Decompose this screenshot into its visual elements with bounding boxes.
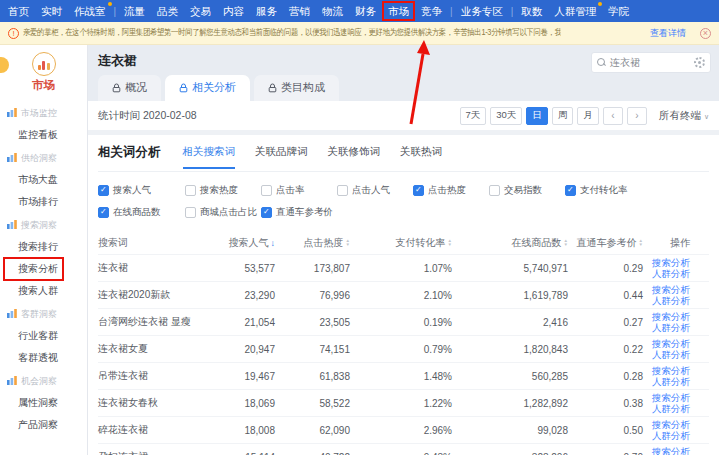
nav-item-市场[interactable]: 市场 [382, 1, 415, 21]
sidebar-item-市场排行[interactable]: 市场排行 [0, 191, 87, 213]
action-link-人群分析[interactable]: 人群分析 [652, 403, 690, 414]
date-button-周[interactable]: 周 [552, 107, 574, 125]
nav-item-首页[interactable]: 首页 [2, 2, 35, 20]
nav-item-实时[interactable]: 实时 [35, 2, 68, 20]
nav-item-品类[interactable]: 品类 [151, 2, 184, 20]
checkbox[interactable] [565, 185, 576, 196]
checkbox[interactable] [185, 207, 196, 218]
nav-item-作战室[interactable]: 作战室 [68, 2, 112, 20]
value-cell: 1.48% [350, 371, 452, 382]
nav-item-营销[interactable]: 营销 [283, 2, 316, 20]
checkbox[interactable] [261, 185, 272, 196]
chevron-right-button[interactable] [627, 107, 647, 125]
search-input[interactable]: 连衣裙 [610, 56, 690, 70]
filter-交易指数[interactable]: 交易指数 [489, 184, 565, 197]
sidebar-item-搜索分析[interactable]: 搜索分析 [0, 258, 87, 280]
action-link-人群分析[interactable]: 人群分析 [652, 268, 690, 279]
action-link-搜索分析[interactable]: 搜索分析 [652, 419, 690, 430]
sidebar-item-搜索人群[interactable]: 搜索人群 [0, 280, 87, 302]
close-icon[interactable] [700, 28, 711, 39]
panel-tab-相关搜索词[interactable]: 相关搜索词 [183, 144, 236, 169]
filter-点击人气[interactable]: 点击人气 [337, 184, 413, 197]
sidebar-item-监控看板[interactable]: 监控看板 [0, 124, 87, 146]
checkbox[interactable] [413, 185, 424, 196]
filter-搜索人气[interactable]: 搜索人气 [98, 184, 185, 197]
value-cell: 15,114 [213, 452, 275, 455]
checkbox[interactable] [337, 185, 348, 196]
action-link-搜索分析[interactable]: 搜索分析 [652, 311, 690, 322]
value-cell: 0.70 [568, 452, 643, 455]
action-link-搜索分析[interactable]: 搜索分析 [652, 446, 690, 455]
action-link-搜索分析[interactable]: 搜索分析 [652, 284, 690, 295]
filter-搜索热度[interactable]: 搜索热度 [185, 184, 261, 197]
nav-item-内容[interactable]: 内容 [217, 2, 250, 20]
checkbox[interactable] [261, 207, 272, 218]
sidebar-item-产品洞察[interactable]: 产品洞察 [0, 414, 87, 436]
nav-item-人群管理[interactable]: 人群管理 [548, 2, 602, 20]
date-button-日[interactable]: 日 [526, 107, 548, 125]
date-button-7天[interactable]: 7天 [460, 107, 487, 125]
nav-item-财务[interactable]: 财务 [349, 2, 382, 20]
value-cell: 2.10% [350, 290, 452, 301]
checkbox[interactable] [185, 185, 196, 196]
checkbox[interactable] [98, 207, 109, 218]
nav-item-交易[interactable]: 交易 [184, 2, 217, 20]
action-link-人群分析[interactable]: 人群分析 [652, 430, 690, 441]
chart-bars-icon [7, 108, 17, 119]
column-header-直通车参考价[interactable]: 直通车参考价 [568, 236, 643, 250]
nav-item-服务[interactable]: 服务 [250, 2, 283, 20]
gear-icon[interactable] [694, 57, 705, 68]
filter-商城点击占比[interactable]: 商城点击占比 [185, 206, 261, 219]
action-link-人群分析[interactable]: 人群分析 [652, 295, 690, 306]
action-link-人群分析[interactable]: 人群分析 [652, 349, 690, 360]
action-link-搜索分析[interactable]: 搜索分析 [652, 257, 690, 268]
checkbox[interactable] [489, 185, 500, 196]
panel-tab-关联修饰词[interactable]: 关联修饰词 [328, 144, 381, 169]
sidebar-item-搜索排行[interactable]: 搜索排行 [0, 236, 87, 258]
checkbox[interactable] [98, 185, 109, 196]
value-cell: 173,807 [275, 263, 350, 274]
date-button-30天[interactable]: 30天 [490, 107, 522, 125]
nav-item-取数[interactable]: 取数 [515, 2, 548, 20]
filter-label: 交易指数 [504, 184, 542, 197]
sidebar-item-市场大盘[interactable]: 市场大盘 [0, 169, 87, 191]
column-header-在线商品数[interactable]: 在线商品数 [452, 236, 568, 250]
action-link-搜索分析[interactable]: 搜索分析 [652, 392, 690, 403]
filter-点击率[interactable]: 点击率 [261, 184, 337, 197]
tab-相关分析[interactable]: 相关分析 [165, 75, 250, 101]
action-link-搜索分析[interactable]: 搜索分析 [652, 365, 690, 376]
column-label: 直通车参考价 [577, 237, 637, 248]
sidebar-item-客群透视[interactable]: 客群透视 [0, 347, 87, 369]
nav-item-业务专区[interactable]: 业务专区 [455, 2, 509, 20]
tab-概况[interactable]: 概况 [98, 75, 161, 101]
action-link-人群分析[interactable]: 人群分析 [652, 322, 690, 333]
panel-tab-关联品牌词[interactable]: 关联品牌词 [255, 144, 308, 169]
action-link-搜索分析[interactable]: 搜索分析 [652, 338, 690, 349]
value-cell: 0.50 [568, 425, 643, 436]
table-body: 连衣裙53,577173,8071.07%5,740,9710.29搜索分析人群… [98, 254, 709, 455]
nav-item-物流[interactable]: 物流 [316, 2, 349, 20]
filter-点击热度[interactable]: 点击热度 [413, 184, 489, 197]
panel-tab-关联热词[interactable]: 关联热词 [400, 144, 442, 169]
filter-支付转化率[interactable]: 支付转化率 [565, 184, 641, 197]
terminal-dropdown[interactable]: 所有终端 [659, 109, 709, 123]
nav-item-学院[interactable]: 学院 [602, 2, 635, 20]
value-cell: 23,505 [275, 317, 350, 328]
column-header-点击热度[interactable]: 点击热度 [275, 236, 350, 250]
nav-item-流量[interactable]: 流量 [118, 2, 151, 20]
filter-直通车参考价[interactable]: 直通车参考价 [261, 206, 337, 219]
column-header-搜索人气[interactable]: 搜索人气 [213, 236, 275, 250]
keyword-search-box[interactable]: 连衣裙 [591, 52, 711, 73]
notice-detail-link[interactable]: 查看详情 [650, 27, 686, 40]
date-button-月[interactable]: 月 [577, 107, 599, 125]
sidebar-item-行业客群[interactable]: 行业客群 [0, 325, 87, 347]
filter-在线商品数[interactable]: 在线商品数 [98, 206, 185, 219]
sidebar-item-属性洞察[interactable]: 属性洞察 [0, 392, 87, 414]
tab-类目构成[interactable]: 类目构成 [254, 75, 339, 101]
tab-label: 相关分析 [192, 80, 236, 95]
column-header-支付转化率[interactable]: 支付转化率 [350, 236, 452, 250]
chevron-left-button[interactable] [603, 107, 623, 125]
value-cell: 328,206 [452, 452, 568, 455]
nav-item-竞争[interactable]: 竞争 [415, 2, 448, 20]
action-link-人群分析[interactable]: 人群分析 [652, 376, 690, 387]
